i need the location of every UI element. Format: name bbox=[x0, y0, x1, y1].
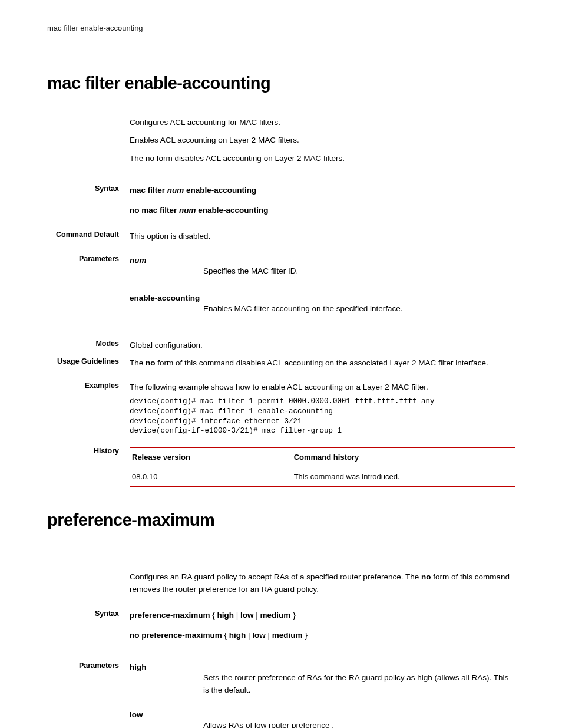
syntax-line-pm1: preference-maximum { high | low | medium… bbox=[130, 610, 515, 621]
history-header-release: Release version bbox=[130, 448, 292, 467]
table-row: Release version Command history bbox=[130, 448, 515, 467]
param-num-desc: Specifies the MAC filter ID. bbox=[203, 265, 515, 277]
examples-label: Examples bbox=[47, 381, 130, 442]
code-block: device(config)# mac filter 1 permit 0000… bbox=[130, 397, 515, 437]
param-enable-accounting-name: enable-accounting bbox=[130, 292, 203, 315]
param-low: low Allows RAs of low router preference … bbox=[130, 709, 515, 728]
intro-line-2: Enables ACL accounting on Layer 2 MAC fi… bbox=[130, 134, 515, 146]
history-label: History bbox=[47, 447, 130, 487]
usage-guidelines-value: The no form of this command disables ACL… bbox=[130, 357, 515, 369]
param-low-name: low bbox=[130, 709, 203, 728]
modes-value: Global configuration. bbox=[130, 340, 515, 351]
table-row: 08.0.10 This command was introduced. bbox=[130, 467, 515, 486]
intro-line-3: The no form disables ACL accounting on L… bbox=[130, 153, 515, 164]
param-num-name: num bbox=[130, 255, 203, 277]
parameters-label: Parameters bbox=[47, 255, 130, 320]
parameters-label-2: Parameters bbox=[47, 661, 130, 728]
syntax-line-1: mac filter num enable-accounting bbox=[130, 185, 515, 196]
intro-line-1: Configures ACL accounting for MAC filter… bbox=[130, 117, 515, 129]
history-table: Release version Command history bbox=[130, 448, 515, 467]
history-release: 08.0.10 bbox=[130, 467, 292, 486]
syntax-label-2: Syntax bbox=[47, 610, 130, 650]
history-header-command: Command history bbox=[292, 448, 515, 467]
command-default-value: This option is disabled. bbox=[130, 230, 515, 242]
intro-pref-max: Configures an RA guard policy to accept … bbox=[130, 571, 515, 595]
section-title-mac-filter: mac filter enable-accounting bbox=[47, 74, 515, 93]
syntax-line-pm2: no preference-maximum { high | low | med… bbox=[130, 630, 515, 641]
param-enable-accounting: enable-accounting Enables MAC filter acc… bbox=[130, 292, 515, 315]
param-high: high Sets the router preference of RAs f… bbox=[130, 661, 515, 696]
command-default-label: Command Default bbox=[47, 230, 130, 242]
syntax-label: Syntax bbox=[47, 185, 130, 225]
divider bbox=[130, 486, 515, 487]
modes-label: Modes bbox=[47, 340, 130, 351]
examples-intro: The following example shows how to enabl… bbox=[130, 381, 515, 393]
param-enable-accounting-desc: Enables MAC filter accounting on the spe… bbox=[203, 303, 515, 315]
param-high-name: high bbox=[130, 661, 203, 696]
usage-guidelines-label: Usage Guidelines bbox=[47, 357, 130, 369]
history-command: This command was introduced. bbox=[292, 467, 515, 486]
syntax-line-2: no mac filter num enable-accounting bbox=[130, 205, 515, 216]
running-header: mac filter enable-accounting bbox=[47, 24, 515, 32]
section-title-preference-maximum: preference-maximum bbox=[47, 510, 515, 530]
param-low-desc: Allows RAs of low router preference . bbox=[203, 720, 515, 728]
history-table-body: 08.0.10 This command was introduced. bbox=[130, 467, 515, 486]
param-num: num Specifies the MAC filter ID. bbox=[130, 255, 515, 277]
param-high-desc: Sets the router preference of RAs for th… bbox=[203, 672, 515, 696]
